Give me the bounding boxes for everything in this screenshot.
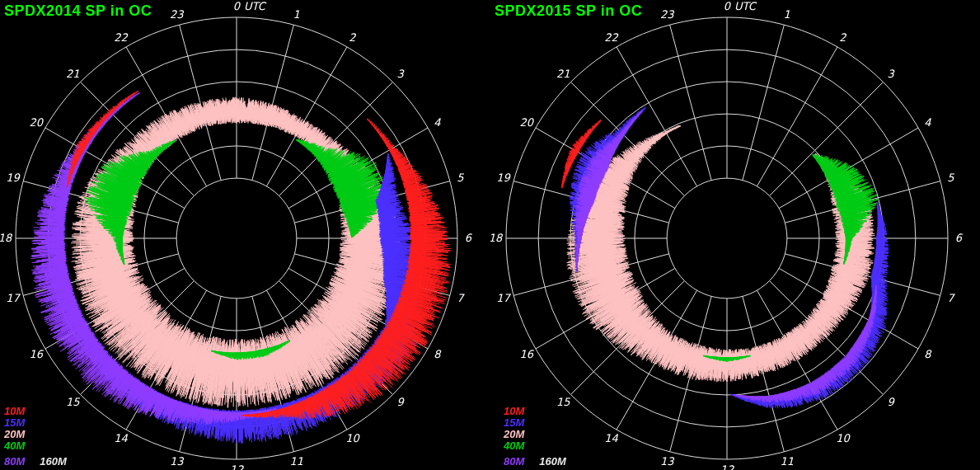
legend-label-80m: 80M [4,455,25,468]
chart-panel-2015: SPDX2015 SP in OC 10M 15M 20M 40M 80M160… [490,0,980,470]
legend-label-160m: 160M [40,455,67,468]
legend-label-15m: 15M [504,416,524,429]
legend-label-20m: 20M [4,428,25,440]
legend-label-15m: 15M [4,416,25,429]
band-legend: 10M 15M 20M 40M 80M160M [4,406,67,468]
polar-chart-canvas-2015 [490,0,980,470]
chart-title: SPDX2014 SP in OC [4,2,152,20]
legend-label-40m: 40M [504,439,524,452]
legend-label-160m: 160M [539,455,566,468]
polar-chart-canvas-2014 [0,0,490,470]
band-legend: 10M 15M 20M 40M 80M160M [504,406,566,468]
legend-label-40m: 40M [4,439,25,452]
legend-label-10m: 10M [4,405,25,417]
chart-title: SPDX2015 SP in OC [495,2,642,20]
dual-chart-layout: SPDX2014 SP in OC 10M 15M 20M 40M 80M160… [0,0,980,470]
legend-label-10m: 10M [504,405,524,417]
legend-label-80m: 80M [504,455,524,468]
chart-panel-2014: SPDX2014 SP in OC 10M 15M 20M 40M 80M160… [0,0,490,470]
legend-label-20m: 20M [504,428,524,440]
